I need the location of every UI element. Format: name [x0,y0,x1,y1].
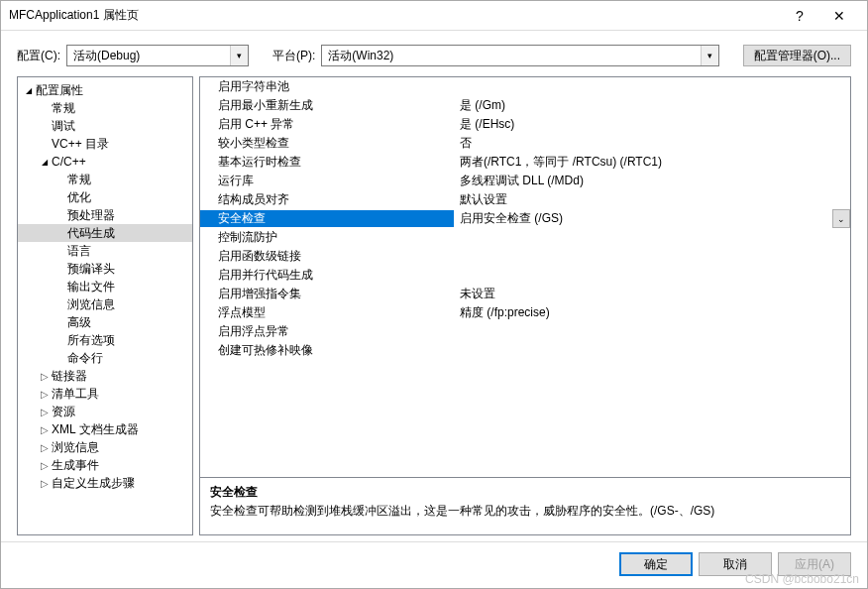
help-button[interactable]: ? [780,1,819,31]
property-row[interactable]: 启用浮点异常 [200,322,850,341]
property-name: 浮点模型 [200,304,454,321]
cancel-button[interactable]: 取消 [699,552,772,576]
tree-item[interactable]: ▷清单工具 [18,385,192,403]
tree-item[interactable]: ▷自定义生成步骤 [18,474,192,492]
tree-item[interactable]: 命令行 [18,349,192,367]
tree-item[interactable]: ◢C/C++ [18,153,192,171]
tree-item[interactable]: ◢配置属性 [18,81,192,99]
config-combo[interactable]: 活动(Debug) ▾ [66,45,249,66]
property-name: 较小类型检查 [200,135,454,152]
tree-item[interactable]: 预编译头 [18,260,192,278]
tree-item[interactable]: VC++ 目录 [18,135,192,153]
tree-item-label: 链接器 [52,368,87,385]
tree-item[interactable]: 常规 [18,99,192,117]
property-row[interactable]: 基本运行时检查两者(/RTC1，等同于 /RTCsu) (/RTC1) [200,153,850,172]
chevron-down-icon[interactable]: ▾ [230,46,248,65]
tree-item-label: VC++ 目录 [52,136,109,153]
tree-item[interactable]: 预处理器 [18,206,192,224]
chevron-down-icon[interactable]: ▾ [701,46,718,65]
property-row[interactable]: 启用 C++ 异常是 (/EHsc) [200,115,850,134]
tree-item-label: 配置属性 [36,82,83,99]
arrow-closed-icon[interactable]: ▷ [38,442,52,453]
property-row[interactable]: 浮点模型精度 (/fp:precise) [200,303,850,322]
tree-item-label: 高级 [67,314,91,331]
property-value[interactable]: 是 (/EHsc) [454,116,850,133]
tree-item[interactable]: 调试 [18,117,192,135]
tree-item-label: 常规 [67,172,91,188]
property-row[interactable]: 启用增强指令集未设置 [200,285,850,303]
tree-item[interactable]: 语言 [18,242,192,260]
ok-button[interactable]: 确定 [619,552,693,576]
property-value[interactable]: 未设置 [454,286,850,302]
tree-item[interactable]: ▷资源 [18,403,192,420]
property-row[interactable]: 较小类型检查否 [200,134,850,153]
close-button[interactable]: ✕ [819,1,859,31]
arrow-open-icon[interactable]: ◢ [38,158,52,167]
property-value[interactable]: 否 [454,135,850,152]
property-value[interactable]: 启用安全检查 (/GS)⌄ [454,209,850,228]
tree-item[interactable]: 输出文件 [18,278,192,295]
tree-item-label: C/C++ [52,155,86,169]
property-value[interactable]: 默认设置 [454,191,850,208]
config-manager-button[interactable]: 配置管理器(O)... [743,45,851,66]
property-row[interactable]: 启用并行代码生成 [200,266,850,285]
property-name: 创建可热修补映像 [200,342,454,359]
tree-item-label: 浏览信息 [67,296,115,313]
tree-item-label: 输出文件 [67,279,115,295]
property-value[interactable]: 两者(/RTC1，等同于 /RTCsu) (/RTC1) [454,154,850,171]
tree-item[interactable]: ▷链接器 [18,367,192,385]
tree-item-label: 语言 [67,243,91,260]
tree-item[interactable]: 浏览信息 [18,295,192,313]
apply-button[interactable]: 应用(A) [778,552,851,576]
arrow-closed-icon[interactable]: ▷ [38,407,52,417]
tree-item[interactable]: 所有选项 [18,331,192,349]
window-title: MFCApplication1 属性页 [9,7,780,24]
tree-item-label: 代码生成 [67,225,115,242]
tree-item[interactable]: 高级 [18,313,192,331]
tree-item[interactable]: ▷生成事件 [18,456,192,474]
tree-item-label: 命令行 [67,350,103,367]
property-row[interactable]: 启用字符串池 [200,77,850,96]
tree-item[interactable]: 优化 [18,188,192,206]
property-row[interactable]: 启用最小重新生成是 (/Gm) [200,96,850,115]
property-name: 基本运行时检查 [200,154,454,171]
tree-item[interactable]: 代码生成 [18,224,192,242]
tree-item-label: XML 文档生成器 [52,421,139,438]
property-value[interactable]: 是 (/Gm) [454,97,850,114]
platform-value: 活动(Win32) [322,48,700,64]
arrow-open-icon[interactable]: ◢ [22,86,36,95]
tree-item-label: 浏览信息 [52,439,99,456]
property-name: 运行库 [200,173,454,189]
property-row[interactable]: 启用函数级链接 [200,247,850,266]
property-name: 安全检查 [200,210,454,227]
arrow-closed-icon[interactable]: ▷ [38,460,52,471]
tree-item-label: 资源 [52,404,75,420]
arrow-closed-icon[interactable]: ▷ [38,424,52,435]
tree-item-label: 优化 [67,189,91,206]
platform-label: 平台(P): [272,48,315,64]
tree-item-label: 所有选项 [67,332,115,349]
tree-item[interactable]: 常规 [18,171,192,188]
tree-item[interactable]: ▷浏览信息 [18,438,192,456]
property-row[interactable]: 运行库多线程调试 DLL (/MDd) [200,172,850,190]
arrow-closed-icon[interactable]: ▷ [38,389,52,400]
config-value: 活动(Debug) [67,48,230,64]
property-value[interactable]: 精度 (/fp:precise) [454,304,850,321]
property-grid[interactable]: 启用字符串池启用最小重新生成是 (/Gm)启用 C++ 异常是 (/EHsc)较… [200,77,850,477]
property-row[interactable]: 结构成员对齐默认设置 [200,190,850,209]
tree-item[interactable]: ▷XML 文档生成器 [18,420,192,438]
platform-combo[interactable]: 活动(Win32) ▾ [321,45,718,66]
tree-item-label: 预编译头 [67,261,115,278]
property-value[interactable]: 多线程调试 DLL (/MDd) [454,173,850,189]
property-row[interactable]: 安全检查启用安全检查 (/GS)⌄ [200,209,850,228]
nav-tree[interactable]: ◢配置属性常规调试VC++ 目录◢C/C++常规优化预处理器代码生成语言预编译头… [18,77,192,534]
property-row[interactable]: 控制流防护 [200,228,850,247]
description-text: 安全检查可帮助检测到堆栈缓冲区溢出，这是一种常见的攻击，威胁程序的安全性。(/G… [210,503,840,520]
description-title: 安全检查 [210,484,840,501]
property-row[interactable]: 创建可热修补映像 [200,341,850,360]
arrow-closed-icon[interactable]: ▷ [38,371,52,382]
property-name: 启用字符串池 [200,78,454,95]
tree-item-label: 自定义生成步骤 [52,475,135,492]
chevron-down-icon[interactable]: ⌄ [832,209,850,228]
arrow-closed-icon[interactable]: ▷ [38,478,52,489]
